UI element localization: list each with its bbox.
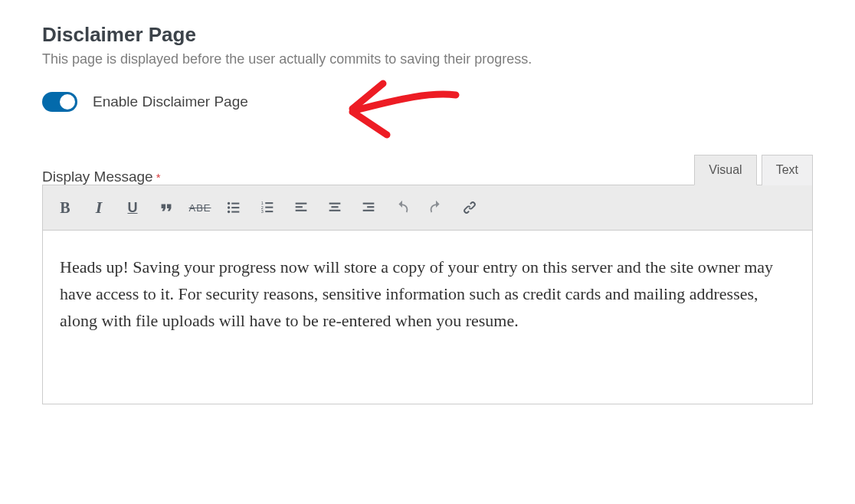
enable-disclaimer-toggle[interactable] [42, 92, 77, 112]
tab-visual[interactable]: Visual [694, 155, 756, 185]
svg-rect-17 [329, 210, 341, 211]
svg-rect-4 [231, 207, 239, 208]
strikethrough-button[interactable]: ABE [184, 193, 216, 222]
svg-rect-5 [231, 211, 239, 213]
undo-icon [394, 199, 411, 216]
svg-point-1 [228, 206, 230, 208]
editor-toolbar: B I U ABE 123 [43, 185, 812, 231]
required-indicator: * [156, 171, 161, 184]
quote-icon [158, 199, 175, 216]
numbered-list-icon: 123 [259, 199, 276, 216]
align-left-icon [293, 199, 310, 216]
redo-icon [428, 199, 444, 216]
blockquote-button[interactable] [150, 193, 182, 222]
svg-point-0 [228, 202, 230, 205]
bullet-list-icon [225, 199, 242, 216]
numbered-list-button[interactable]: 123 [251, 193, 283, 222]
italic-button[interactable]: I [83, 193, 115, 222]
editor-tabs: Visual Text [694, 155, 813, 185]
svg-text:3: 3 [261, 209, 264, 214]
align-right-icon [360, 199, 377, 216]
display-message-label: Display Message * [42, 169, 161, 185]
svg-rect-15 [329, 203, 341, 205]
enable-toggle-row: Enable Disclaimer Page [42, 92, 813, 112]
svg-rect-10 [265, 207, 273, 208]
align-left-button[interactable] [285, 193, 317, 222]
enable-disclaimer-label: Enable Disclaimer Page [93, 93, 248, 110]
svg-point-2 [228, 211, 230, 213]
align-center-button[interactable] [319, 193, 351, 222]
page-title: Disclaimer Page [42, 23, 813, 47]
svg-rect-12 [296, 203, 307, 205]
bold-button[interactable]: B [49, 193, 81, 222]
svg-rect-3 [231, 203, 239, 205]
underline-button[interactable]: U [116, 193, 149, 222]
link-icon [461, 199, 478, 216]
svg-rect-11 [265, 211, 273, 212]
svg-rect-16 [331, 206, 338, 208]
editor-content-area[interactable]: Heads up! Saving your progress now will … [43, 231, 812, 404]
redo-button[interactable] [420, 193, 452, 222]
toggle-knob [60, 94, 75, 110]
svg-rect-14 [296, 210, 307, 211]
annotation-arrow-icon [341, 72, 471, 149]
svg-rect-13 [296, 206, 303, 208]
bullet-list-button[interactable] [218, 193, 250, 222]
tab-text[interactable]: Text [762, 155, 813, 185]
rich-text-editor: B I U ABE 123 Heads up! Saving [42, 185, 813, 404]
link-button[interactable] [454, 193, 486, 222]
svg-rect-20 [363, 210, 375, 211]
page-description: This page is displayed before the user a… [42, 51, 813, 67]
undo-button[interactable] [386, 193, 418, 222]
align-right-button[interactable] [352, 193, 385, 222]
svg-rect-9 [265, 202, 273, 204]
svg-rect-18 [363, 203, 375, 205]
align-center-icon [326, 199, 343, 216]
svg-rect-19 [367, 206, 374, 208]
